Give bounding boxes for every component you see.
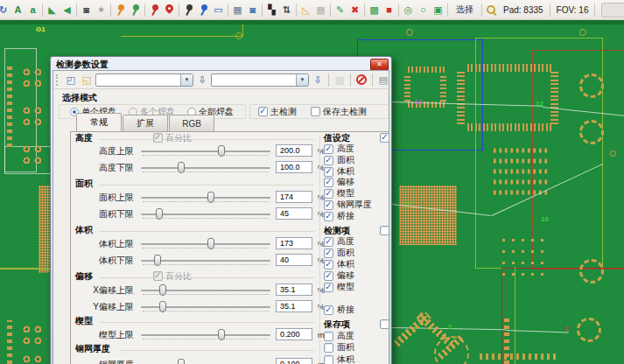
delete-icon[interactable]: ✖ [347, 3, 362, 18]
param-slider[interactable] [141, 243, 270, 245]
chart-edit-icon[interactable]: ✎ [333, 3, 347, 18]
param-slider[interactable] [141, 197, 270, 199]
camera-icon[interactable]: ◙ [245, 3, 260, 18]
stop-icon[interactable]: ■ [382, 3, 396, 18]
pcb-pad-column [7, 320, 12, 364]
checkbox-item[interactable]: 桥接 [324, 211, 354, 221]
param-slider[interactable] [141, 167, 270, 169]
checkbox-item[interactable]: 钢网厚度 [324, 200, 372, 210]
pin-orange-icon[interactable] [113, 3, 128, 18]
redo-icon[interactable]: ↻ [0, 3, 11, 18]
param-slider[interactable] [141, 150, 270, 152]
chevron-down-icon[interactable]: ▼ [180, 74, 193, 86]
param-value-input[interactable] [276, 284, 312, 296]
param-slider[interactable] [141, 306, 270, 308]
param-label: X偏移上限 [76, 285, 134, 295]
param-value-input[interactable] [276, 161, 312, 173]
sort-az-icon[interactable]: ⇅ [279, 3, 294, 18]
checkbox-item[interactable]: 偏移 [324, 270, 354, 281]
save-main-detect-checkbox[interactable]: 保存主检测 [311, 106, 367, 118]
toolbar-separator [398, 4, 399, 17]
checkbox-item[interactable]: 楔型 [324, 282, 354, 292]
checkbox-item[interactable]: 高度 [324, 236, 354, 247]
group-select-all-checkbox[interactable] [380, 319, 389, 329]
checkbox-item[interactable]: 偏移 [324, 177, 354, 187]
tools-icon[interactable]: ✶ [94, 3, 109, 18]
label-a-icon[interactable]: A [11, 3, 25, 18]
param-value-input[interactable] [276, 207, 312, 220]
open-file-icon[interactable]: ◰ [64, 73, 78, 87]
select-button[interactable]: 选择 [450, 4, 480, 16]
ruler-icon[interactable]: ◺ [298, 3, 313, 18]
checkbox-item[interactable]: 高度 [324, 144, 354, 154]
pin-green-icon[interactable] [128, 3, 143, 18]
param-value-input[interactable] [276, 191, 312, 203]
pin-black-icon[interactable] [181, 3, 196, 18]
param-slider[interactable] [141, 260, 270, 262]
pin-blue-icon[interactable] [196, 3, 211, 18]
table-icon[interactable]: ▦ [230, 3, 245, 18]
cone-icon[interactable]: ◀ [60, 3, 74, 18]
slider-thumb[interactable] [218, 145, 225, 157]
param-value-input[interactable] [276, 237, 312, 249]
grid-icon[interactable]: ▦ [313, 3, 328, 18]
param-set-combo-1[interactable]: ▼ [95, 74, 193, 87]
group-select-all-checkbox[interactable] [380, 133, 389, 143]
param-value-input[interactable] [276, 254, 312, 266]
tab-extended[interactable]: 扩展 [123, 115, 168, 131]
param-value-input[interactable] [276, 358, 312, 364]
chevron-down-icon[interactable]: ▼ [296, 74, 308, 86]
save-icon[interactable]: ▤ [376, 73, 389, 87]
tab-general[interactable]: 常规 [76, 113, 122, 131]
marker-red-icon[interactable] [162, 3, 177, 18]
pin-red-icon[interactable] [147, 3, 162, 18]
tiles-icon[interactable]: ▩ [367, 3, 382, 18]
magnifier-icon[interactable] [484, 3, 499, 18]
select-rect-icon[interactable]: ▭ [211, 3, 226, 18]
save-file-icon[interactable]: ◱ [80, 73, 94, 87]
checkbox-item[interactable]: 体积 [324, 259, 354, 270]
section-title: 偏移 [75, 272, 93, 281]
capture-icon[interactable]: ◙ [79, 3, 94, 18]
tab-rgb[interactable]: RGB [169, 115, 214, 131]
slider-thumb[interactable] [159, 301, 166, 312]
slider-thumb[interactable] [159, 284, 166, 296]
slider-thumb[interactable] [178, 162, 185, 173]
dialog-titlebar[interactable]: 检测参数设置 ✕ [53, 59, 389, 70]
slider-thumb[interactable] [178, 359, 185, 364]
checkbox-item[interactable]: 桥接 [324, 304, 354, 315]
square-dot-icon[interactable]: ▣ [431, 3, 445, 18]
param-value-input[interactable] [276, 144, 312, 157]
param-slider[interactable] [141, 214, 270, 215]
group-select-all-checkbox[interactable] [380, 226, 389, 235]
toolbar-grip[interactable] [56, 74, 60, 86]
circle-icon[interactable]: ○ [416, 3, 431, 18]
target-icon[interactable]: ◎ [401, 3, 416, 18]
slider-thumb[interactable] [154, 255, 161, 266]
import-icon-1[interactable]: ⇩ [195, 73, 209, 87]
checkbox-item[interactable]: 面积 [324, 342, 354, 353]
import-icon-2[interactable]: ⇩ [311, 73, 325, 87]
pcb-bga-grid [39, 186, 50, 273]
main-detect-checkbox[interactable]: 主检测 [258, 106, 297, 118]
param-set-combo-2[interactable]: ▼ [211, 74, 309, 87]
checkbox-item[interactable]: 楔型 [324, 188, 354, 199]
checkbox-item[interactable]: 面积 [324, 248, 354, 258]
blocks-icon[interactable]: ▚ [264, 3, 279, 18]
close-button[interactable]: ✕ [370, 59, 389, 71]
checkbox-item[interactable]: 体积 [324, 354, 354, 364]
slider-thumb[interactable] [207, 192, 214, 203]
checkbox-item[interactable]: 高度 [324, 331, 354, 341]
param-slider[interactable] [141, 334, 270, 336]
param-value-input[interactable] [276, 328, 312, 340]
slider-thumb[interactable] [156, 208, 163, 220]
cancel-icon[interactable] [354, 73, 368, 87]
checkbox-item[interactable]: 面积 [324, 155, 354, 165]
label-a-small-icon[interactable]: a [25, 3, 40, 18]
slider-thumb[interactable] [218, 329, 225, 340]
measure-triangle-icon[interactable]: ◣ [45, 3, 60, 18]
pad-count-status: Pad: 8335 [499, 5, 548, 15]
slider-thumb[interactable] [207, 238, 214, 249]
param-slider[interactable] [141, 290, 270, 291]
param-value-input[interactable] [276, 300, 312, 312]
